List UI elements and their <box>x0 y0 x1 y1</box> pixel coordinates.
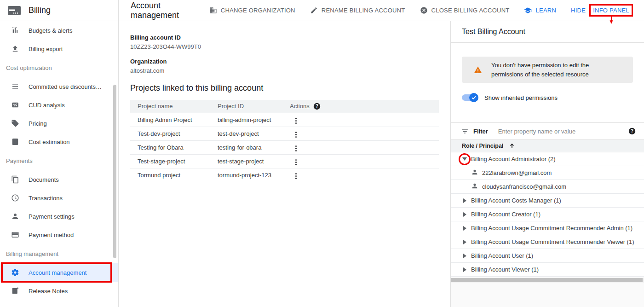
project-id-cell: test-dev-project <box>210 127 282 140</box>
sidebar-header: Billing <box>0 0 118 21</box>
field-value: altostrat.com <box>130 67 439 74</box>
close-billing-account-button[interactable]: CLOSE BILLING ACCOUNT <box>420 6 510 14</box>
filter-input[interactable] <box>498 128 628 135</box>
pencil-icon <box>310 6 318 14</box>
sidebar-item-label: Budgets & alerts <box>29 27 72 34</box>
person-icon <box>471 182 478 191</box>
button-label: INFO PANEL <box>593 7 629 14</box>
page-header: Account management CHANGE ORGANIZATION R… <box>119 0 644 21</box>
sidebar-item-account-management[interactable]: Account management <box>0 263 118 282</box>
table-row: Test-stage-project test-stage-project <box>130 154 439 168</box>
role-row-recommender-admin[interactable]: Billing Account Usage Commitment Recomme… <box>451 221 644 235</box>
sidebar-item-label: Billing export <box>29 46 63 52</box>
row-actions-menu-button[interactable] <box>293 116 299 126</box>
info-panel-footer <box>451 283 644 307</box>
row-actions-menu-button[interactable] <box>293 171 299 181</box>
expand-role-icon[interactable] <box>462 198 467 203</box>
sidebar-section-billing-management: Billing management <box>0 244 118 263</box>
column-header-project-name[interactable]: Project name <box>130 100 210 113</box>
sidebar-item-committed-use-discounts[interactable]: Committed use discounts… <box>0 77 118 96</box>
project-name-cell: Test-stage-project <box>130 154 210 168</box>
sidebar-item-payment-settings[interactable]: Payment settings <box>0 207 118 226</box>
projects-table: Project name Project ID Actions ? <box>130 100 439 182</box>
expand-role-icon[interactable] <box>462 267 467 272</box>
hide-info-panel-button[interactable]: HIDE INFO PANEL <box>571 4 633 17</box>
sidebar-item-cud-analysis[interactable]: CUD analysis <box>0 96 118 114</box>
filter-bar: Filter ? <box>451 122 644 139</box>
billing-account-id-field: Billing account ID 10ZZ23-203O44-WW99T0 <box>130 34 439 50</box>
sidebar-item-label: Account management <box>29 269 86 276</box>
role-label: Billing Account Usage Commitment Recomme… <box>471 225 632 232</box>
table-row: Tormund project tormund-project-123 <box>130 168 439 182</box>
help-icon[interactable]: ? <box>313 103 321 110</box>
sidebar-item-label: Documents <box>29 176 59 183</box>
project-id-cell: testing-for-obara <box>210 140 282 154</box>
column-header-label: Role / Principal <box>462 143 503 149</box>
project-id-cell: tormund-project-123 <box>210 168 282 182</box>
header-actions: CHANGE ORGANIZATION RENAME BILLING ACCOU… <box>209 4 633 17</box>
help-icon[interactable]: ? <box>628 127 636 135</box>
sidebar-item-budgets-alerts[interactable]: Budgets & alerts <box>0 21 118 40</box>
role-label: Billing Account Administrator (2) <box>471 156 556 162</box>
sidebar-item-documents[interactable]: Documents <box>0 170 118 189</box>
rename-billing-account-button[interactable]: RENAME BILLING ACCOUNT <box>310 6 405 14</box>
page-title: Account management <box>131 1 209 20</box>
row-actions-menu-button[interactable] <box>293 144 299 153</box>
horizontal-scrollbar[interactable] <box>451 278 644 283</box>
member-email: 222larabrown@gmail.com <box>482 169 552 176</box>
role-principal-header[interactable]: Role / Principal <box>451 139 644 152</box>
person-icon <box>471 168 478 177</box>
change-organization-button[interactable]: CHANGE ORGANIZATION <box>209 6 295 14</box>
sidebar-item-release-notes[interactable]: Release Notes <box>0 282 118 300</box>
column-header-label: Actions <box>290 103 310 110</box>
column-header-actions: Actions ? <box>282 100 439 113</box>
collapse-role-icon[interactable] <box>462 156 467 162</box>
role-row-billing-account-costs-manager[interactable]: Billing Account Costs Manager (1) <box>451 194 644 208</box>
calculator-icon <box>11 138 19 146</box>
project-name-cell: Testing for Obara <box>130 140 210 154</box>
sidebar-item-billing-export[interactable]: Billing export <box>0 40 118 58</box>
sidebar-item-transactions[interactable]: Transactions <box>0 189 118 207</box>
role-label: Billing Account Costs Manager (1) <box>471 197 561 204</box>
close-circle-icon <box>420 6 428 14</box>
expand-role-icon[interactable] <box>462 212 467 217</box>
button-label: RENAME BILLING ACCOUNT <box>322 7 405 14</box>
project-name-cell: Tormund project <box>130 168 210 182</box>
member-email: cloudysanfrancisco@gmail.com <box>482 183 566 190</box>
role-label: Billing Account Creator (1) <box>471 211 540 218</box>
person-icon <box>11 212 19 220</box>
sidebar-item-cost-estimation[interactable]: Cost estimation <box>0 133 118 151</box>
right-column: Account management CHANGE ORGANIZATION R… <box>119 0 644 307</box>
inherited-permissions-toggle[interactable] <box>462 94 477 101</box>
expand-role-icon[interactable] <box>462 226 467 231</box>
info-panel-title-row: Test Billing Account <box>451 21 644 43</box>
field-value: 10ZZ23-203O44-WW99T0 <box>130 43 439 50</box>
sidebar-item-payment-method[interactable]: Payment method <box>0 226 118 244</box>
role-row-billing-account-administrator[interactable]: Billing Account Administrator (2) <box>451 152 644 166</box>
info-panel: Test Billing Account You don't have perm… <box>450 21 644 307</box>
learn-button[interactable]: LEARN <box>524 6 556 14</box>
release-notes-icon <box>11 287 19 295</box>
expand-role-icon[interactable] <box>462 253 467 259</box>
sidebar-item-pricing[interactable]: Pricing <box>0 114 118 133</box>
sidebar-scrollbar[interactable] <box>113 85 116 258</box>
expand-role-icon[interactable] <box>462 239 467 245</box>
clock-icon <box>11 194 19 202</box>
svg-text:?: ? <box>316 104 318 109</box>
role-row-billing-account-user[interactable]: Billing Account User (1) <box>451 249 644 263</box>
role-row-billing-account-creator[interactable]: Billing Account Creator (1) <box>451 208 644 221</box>
billing-console-page: Billing Budgets & alerts Billing export … <box>0 0 644 307</box>
toggle-label: Show inherited permissions <box>484 94 558 101</box>
info-panel-title: Test Billing Account <box>462 28 525 36</box>
project-id-cell: billing-admin-project <box>210 113 282 127</box>
gear-icon <box>11 268 19 277</box>
column-header-project-id[interactable]: Project ID <box>210 100 282 113</box>
role-row-recommender-viewer[interactable]: Billing Account Usage Commitment Recomme… <box>451 235 644 249</box>
row-actions-menu-button[interactable] <box>293 130 299 139</box>
warning-icon <box>474 66 482 74</box>
role-label: Billing Account Viewer (1) <box>471 266 539 273</box>
row-actions-menu-button[interactable] <box>293 157 299 167</box>
sidebar-nav: Budgets & alerts Billing export Cost opt… <box>0 21 118 307</box>
role-row-billing-account-viewer[interactable]: Billing Account Viewer (1) <box>451 263 644 277</box>
project-name-cell: Billing Admin Project <box>130 113 210 127</box>
